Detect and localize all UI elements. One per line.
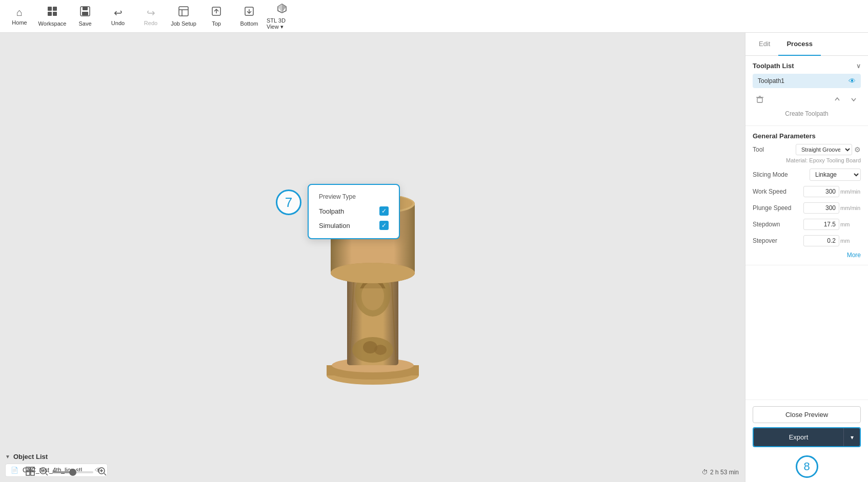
viewport[interactable]: Preview Type Toolpath ✓ Simulation ✓ 7 ▼… <box>0 33 745 482</box>
object-list-title: Object List <box>13 453 48 460</box>
preview-toolpath-label: Toolpath <box>319 207 344 215</box>
tool-gear-btn[interactable]: ⚙ <box>854 145 861 154</box>
svg-rect-39 <box>31 472 34 475</box>
general-parameters-section: General Parameters Tool Straight Groove … <box>745 126 868 265</box>
zoom-slider[interactable] <box>52 471 93 473</box>
tool-select[interactable]: Straight Groove V-bit (2... <box>796 144 852 155</box>
toolpath-item-eye[interactable]: 👁 <box>849 77 856 85</box>
right-panel: Edit Process Toolpath List ∨ Toolpath1 👁 <box>745 33 868 482</box>
stl-3d-view-icon <box>276 3 288 16</box>
svg-point-33 <box>331 263 415 283</box>
svg-line-42 <box>46 473 48 475</box>
toolbar-bottom-label: Bottom <box>240 20 258 27</box>
svg-rect-6 <box>82 12 88 15</box>
create-toolpath-btn[interactable]: Create Toolpath <box>753 108 861 119</box>
stepover-unit: mm <box>840 238 861 244</box>
toolbar-redo[interactable]: ↪ Redo <box>135 2 166 31</box>
preview-popup: Preview Type Toolpath ✓ Simulation ✓ <box>308 184 400 239</box>
export-btn[interactable]: Export <box>754 428 843 446</box>
tool-select-wrap: Straight Groove V-bit (2... ⚙ <box>796 144 861 155</box>
tool-label: Tool <box>753 146 796 153</box>
stepover-input[interactable] <box>803 235 839 246</box>
export-dropdown-btn[interactable]: ▾ <box>843 428 860 446</box>
toolbar-save[interactable]: Save <box>70 2 100 31</box>
toolpath-list-section: Toolpath List ∨ Toolpath1 👁 <box>745 56 868 126</box>
toolbar-top-label: Top <box>212 20 221 27</box>
toolbar-bottom[interactable]: Bottom <box>234 2 265 31</box>
svg-rect-1 <box>53 7 57 11</box>
toolpath-list-header: Toolpath List ∨ <box>753 62 861 70</box>
step-8-wrap: 8 <box>745 453 868 482</box>
general-parameters-header: General Parameters <box>753 132 861 140</box>
preview-simulation-label: Simulation <box>319 222 350 229</box>
step-8-circle: 8 <box>796 455 818 478</box>
svg-point-27 <box>374 345 387 355</box>
plunge-speed-label: Plunge Speed <box>753 204 803 212</box>
delete-toolpath-btn[interactable] <box>753 94 767 106</box>
home-icon: ⌂ <box>16 7 23 18</box>
toolpath-list-title: Toolpath List <box>753 62 794 70</box>
panel-spacer <box>745 265 868 400</box>
slicing-mode-label: Slicing Mode <box>753 171 810 178</box>
toolbar-redo-label: Redo <box>144 20 157 26</box>
fit-to-screen-btn[interactable] <box>26 467 35 478</box>
work-speed-label: Work Speed <box>753 188 803 195</box>
toolpath-actions <box>753 92 861 108</box>
zoom-in-btn[interactable] <box>97 467 107 478</box>
step-7-circle: 7 <box>276 190 301 215</box>
save-icon <box>79 6 91 19</box>
simulation-checkbox[interactable]: ✓ <box>379 221 389 230</box>
stepdown-wrap: mm <box>803 219 861 230</box>
slicing-mode-select[interactable]: Linkage <box>810 169 861 181</box>
stepdown-label: Stepdown <box>753 221 803 228</box>
work-speed-unit: mm/min <box>840 188 861 195</box>
toolbar-job-setup[interactable]: Job Setup <box>168 2 199 31</box>
svg-rect-36 <box>26 467 30 471</box>
move-up-toolpath-btn[interactable] <box>830 94 844 106</box>
toolbar-top[interactable]: Top <box>201 2 232 31</box>
toolpath-item-label: Toolpath1 <box>758 77 784 85</box>
stepdown-input[interactable] <box>803 219 839 230</box>
plunge-speed-wrap: mm/min <box>803 202 861 214</box>
time-value: 2 h 53 min <box>710 469 739 476</box>
move-down-toolpath-btn[interactable] <box>846 94 861 106</box>
job-setup-icon <box>178 6 189 19</box>
preview-popup-title: Preview Type <box>319 193 389 200</box>
redo-icon: ↪ <box>147 7 155 19</box>
toolpath-item[interactable]: Toolpath1 👁 <box>753 74 861 88</box>
close-preview-btn[interactable]: Close Preview <box>753 406 861 423</box>
svg-rect-37 <box>31 467 34 471</box>
time-icon: ⏱ <box>702 469 708 476</box>
svg-rect-5 <box>83 7 88 10</box>
toolpath-checkbox[interactable]: ✓ <box>379 206 389 216</box>
toolbar-workspace[interactable]: Workspace <box>37 2 68 31</box>
slicing-mode-row: Slicing Mode Linkage <box>753 169 861 181</box>
toolbar-stl-3d-view[interactable]: STL 3D View ▾ <box>267 2 297 31</box>
toolbar-stl-3d-view-label: STL 3D View ▾ <box>267 17 297 30</box>
zoom-controls <box>26 467 107 478</box>
file-icon: 📄 <box>11 467 18 474</box>
object-list-header: ▼ Object List <box>5 453 108 460</box>
svg-line-46 <box>104 473 106 475</box>
model-area <box>0 33 745 482</box>
toolbar-undo-label: Undo <box>111 20 125 26</box>
svg-rect-38 <box>26 472 30 475</box>
plunge-speed-input[interactable] <box>803 202 839 214</box>
svg-rect-47 <box>757 98 762 102</box>
work-speed-wrap: mm/min <box>803 186 861 197</box>
stepover-row: Stepover mm <box>753 235 861 246</box>
svg-point-24 <box>361 282 384 310</box>
toolbar-home[interactable]: ⌂ Home <box>4 2 35 31</box>
preview-row-toolpath: Toolpath ✓ <box>319 206 389 216</box>
more-link[interactable]: More <box>753 252 861 259</box>
tab-edit[interactable]: Edit <box>751 33 778 56</box>
work-speed-input[interactable] <box>803 186 839 197</box>
tab-process[interactable]: Process <box>778 33 821 56</box>
tool-row: Tool Straight Groove V-bit (2... ⚙ <box>753 144 861 155</box>
zoom-out-btn[interactable] <box>39 467 48 478</box>
undo-icon: ↩ <box>114 7 123 19</box>
stepdown-unit: mm <box>840 221 861 227</box>
toolbar-save-label: Save <box>78 20 91 27</box>
svg-rect-0 <box>48 7 52 11</box>
toolbar-undo[interactable]: ↩ Undo <box>103 2 133 31</box>
